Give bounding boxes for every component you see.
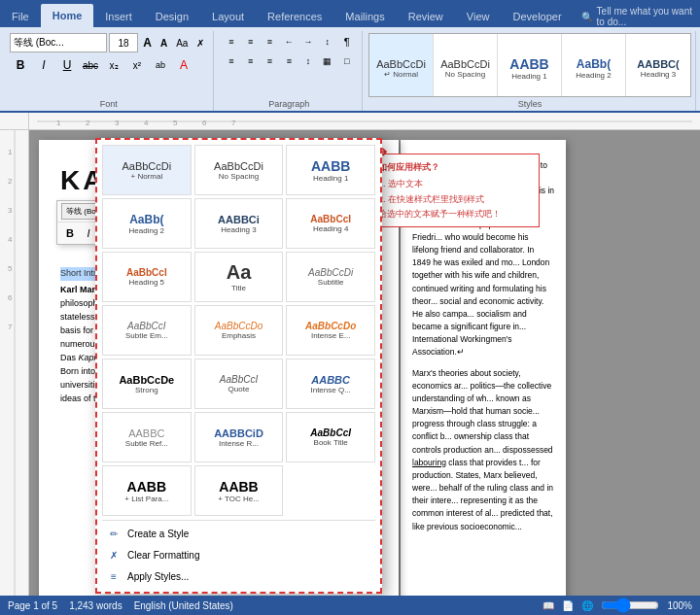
tab-design[interactable]: Design	[144, 6, 200, 27]
paragraph-group: ≡ ≡ ≡ ← → ↕ ¶ ≡ ≡ ≡ ≡ ↕ ▦ □ Paragraph	[216, 31, 363, 111]
popup-style-toc[interactable]: AABB + TOC He...	[194, 465, 284, 516]
tab-view[interactable]: View	[455, 6, 502, 27]
inline-bold-btn[interactable]: B	[61, 224, 79, 242]
popup-style-title[interactable]: Aa Title	[194, 252, 284, 302]
italic-button[interactable]: I	[33, 54, 54, 76]
sort-button[interactable]: ↕	[318, 33, 336, 51]
svg-text:1: 1	[56, 119, 61, 127]
popup-style-subtle-ref[interactable]: AABBC Subtle Ref...	[102, 412, 192, 462]
svg-text:3: 3	[115, 119, 120, 127]
svg-text:4: 4	[144, 119, 149, 127]
tab-mailings[interactable]: Mailings	[333, 6, 396, 27]
font-group: A A Aa ✗ B I U abc x₂ x² ab A Font	[4, 31, 214, 111]
popup-style-strong[interactable]: AaBbCcDe Strong	[102, 359, 192, 409]
popup-style-quote[interactable]: AaBbCcI Quote	[194, 359, 284, 409]
popup-clear-formatting[interactable]: ✗ Clear Formatting	[102, 544, 375, 565]
align-center-button[interactable]: ≡	[241, 52, 260, 70]
style-normal[interactable]: AaBbCcDi ↵ Normal	[369, 34, 434, 97]
styles-dropdown-popup: AaBbCcDi + Normal AaBbCcDi No Spacing AA…	[95, 138, 382, 594]
multilevel-button[interactable]: ≡	[261, 33, 279, 51]
page-status: Page 1 of 5	[8, 600, 57, 611]
numbering-button[interactable]: ≡	[241, 33, 260, 51]
style-no-spacing[interactable]: AaBbCcDi No Spacing	[434, 34, 498, 97]
zoom-slider[interactable]	[601, 599, 659, 611]
style-heading1[interactable]: AABB Heading 1	[498, 34, 562, 97]
popup-apply-styles[interactable]: ≡ Apply Styles...	[102, 565, 375, 587]
popup-style-heading4[interactable]: AaBbCcI Heading 4	[286, 198, 375, 249]
popup-style-subtitle[interactable]: AaBbCcDi Subtitle	[286, 252, 375, 302]
popup-style-subtle-em[interactable]: AaBbCcI Subtle Em...	[102, 305, 192, 356]
font-name-input[interactable]	[10, 33, 107, 52]
bold-button[interactable]: B	[10, 54, 31, 76]
tab-insert[interactable]: Insert	[93, 6, 144, 27]
align-right-button[interactable]: ≡	[261, 52, 279, 70]
styles-group-label: Styles	[368, 97, 691, 109]
popup-create-style[interactable]: ✏ Create a Style	[102, 523, 375, 544]
popup-style-intense-q[interactable]: AABBC Intense Q...	[286, 359, 375, 409]
search-icon: 🔍	[581, 12, 593, 22]
popup-style-heading2[interactable]: AaBb( Heading 2	[102, 198, 192, 249]
underline-button[interactable]: U	[56, 54, 78, 76]
increase-indent-button[interactable]: →	[299, 33, 318, 51]
tell-me-input[interactable]: 🔍 Tell me what you want to do...	[581, 6, 700, 27]
ribbon: A A Aa ✗ B I U abc x₂ x² ab A Font ≡ ≡ ≡…	[0, 27, 700, 113]
apply-styles-icon: ≡	[106, 568, 122, 584]
popup-style-normal[interactable]: AaBbCcDi + Normal	[102, 145, 192, 195]
svg-text:7: 7	[8, 323, 13, 331]
tab-review[interactable]: Review	[397, 6, 455, 27]
clear-format-button[interactable]: ✗	[192, 34, 207, 51]
tab-layout[interactable]: Layout	[200, 6, 256, 27]
ruler-vertical: 1 2 3 4 5 6 7	[0, 130, 29, 596]
svg-text:3: 3	[8, 206, 13, 215]
text-highlight-button[interactable]: ab	[150, 54, 171, 76]
popup-style-intense-em[interactable]: AaBbCcDo Intense E...	[286, 305, 375, 356]
callout-box: 如何应用样式？ 1. 选中文本 2. 在快速样式栏里找到样式 给选中的文本赋予一…	[369, 154, 540, 227]
popup-style-book-title[interactable]: AaBbCcI Book Title	[286, 412, 375, 462]
show-marks-button[interactable]: ¶	[337, 33, 356, 51]
language-status[interactable]: English (United States)	[134, 600, 233, 611]
popup-style-heading5[interactable]: AaBbCcI Heading 5	[102, 252, 192, 302]
tab-references[interactable]: References	[256, 6, 333, 27]
svg-text:5: 5	[173, 119, 178, 127]
borders-button[interactable]: □	[337, 52, 356, 70]
popup-style-no-spacing[interactable]: AaBbCcDi No Spacing	[194, 145, 284, 195]
svg-text:6: 6	[202, 119, 207, 127]
popup-style-intense-r[interactable]: AABBCiD Intense R...	[194, 412, 284, 462]
style-no-spacing-label: No Spacing	[445, 70, 485, 79]
paragraph-group-label: Paragraph	[222, 97, 356, 109]
popup-style-heading1[interactable]: AABB Heading 1	[286, 145, 375, 195]
view-web-btn[interactable]: 🌐	[581, 600, 593, 611]
superscript-button[interactable]: x²	[126, 54, 148, 76]
style-heading2[interactable]: AaBb( Heading 2	[562, 34, 626, 97]
tab-developer[interactable]: Developer	[501, 6, 573, 27]
tab-file[interactable]: File	[0, 6, 41, 27]
font-grow-button[interactable]: A	[140, 34, 155, 51]
popup-style-list-para[interactable]: AABB + List Para...	[102, 465, 192, 516]
strikethrough-button[interactable]: abc	[80, 54, 101, 76]
popup-style-emphasis[interactable]: AaBbCcDo Emphasis	[194, 305, 284, 356]
style-normal-label: ↵ Normal	[384, 70, 418, 79]
shading-button[interactable]: ▦	[318, 52, 336, 70]
words-status: 1,243 words	[69, 600, 122, 611]
view-print-btn[interactable]: 📄	[562, 600, 574, 611]
justify-button[interactable]: ≡	[280, 52, 298, 70]
subscript-button[interactable]: x₂	[103, 54, 124, 76]
ribbon-tabs: File Home Insert Design Layout Reference…	[0, 0, 700, 27]
view-read-btn[interactable]: 📖	[542, 600, 554, 611]
svg-text:1: 1	[8, 148, 13, 156]
svg-text:2: 2	[86, 119, 90, 127]
style-heading3[interactable]: AABBC( Heading 3	[626, 34, 690, 97]
popup-style-heading3[interactable]: AABBCi Heading 3	[194, 198, 284, 249]
decrease-indent-button[interactable]: ←	[280, 33, 298, 51]
font-size-input[interactable]	[109, 33, 138, 52]
callout-step2: 2. 在快速样式栏里找到样式	[378, 192, 531, 207]
line-spacing-button[interactable]: ↕	[299, 52, 318, 70]
bullets-button[interactable]: ≡	[222, 33, 240, 51]
text-color-button[interactable]: A	[173, 54, 194, 76]
style-heading2-label: Heading 2	[576, 71, 611, 80]
align-left-button[interactable]: ≡	[222, 52, 240, 70]
clear-format-icon: ✗	[106, 547, 122, 563]
tab-home[interactable]: Home	[41, 4, 94, 27]
font-shrink-button[interactable]: A	[157, 34, 171, 51]
change-case-button[interactable]: Aa	[173, 34, 191, 51]
